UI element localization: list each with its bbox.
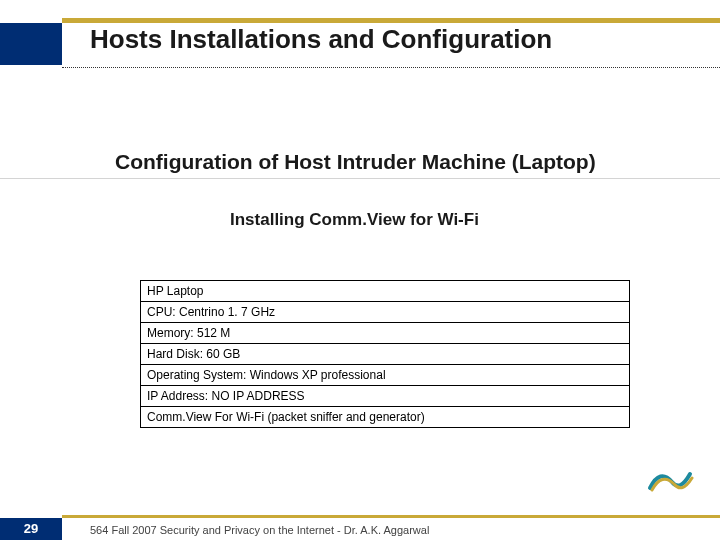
footer: 29 564 Fall 2007 Security and Privacy on… — [0, 510, 720, 540]
spec-cell: CPU: Centrino 1. 7 GHz — [141, 302, 630, 323]
footer-text: 564 Fall 2007 Security and Privacy on th… — [90, 524, 429, 536]
spec-cell: Hard Disk: 60 GB — [141, 344, 630, 365]
institution-logo-icon — [646, 464, 694, 496]
spec-cell: IP Address: NO IP ADDRESS — [141, 386, 630, 407]
spec-cell: Memory: 512 M — [141, 323, 630, 344]
spec-cell: Comm.View For Wi-Fi (packet sniffer and … — [141, 407, 630, 428]
slide: Hosts Installations and Configuration Co… — [0, 0, 720, 540]
title-underline — [62, 67, 720, 68]
table-row: Memory: 512 M — [141, 323, 630, 344]
table-row: Comm.View For Wi-Fi (packet sniffer and … — [141, 407, 630, 428]
table-row: Operating System: Windows XP professiona… — [141, 365, 630, 386]
table-row: Hard Disk: 60 GB — [141, 344, 630, 365]
spec-cell: Operating System: Windows XP professiona… — [141, 365, 630, 386]
spec-table: HP Laptop CPU: Centrino 1. 7 GHz Memory:… — [140, 280, 630, 428]
section-heading: Installing Comm.View for Wi-Fi — [230, 210, 479, 230]
header-accent-block — [0, 23, 62, 65]
subtitle-underline — [0, 178, 720, 179]
table-row: CPU: Centrino 1. 7 GHz — [141, 302, 630, 323]
footer-gold-stripe — [62, 515, 720, 518]
table-row: HP Laptop — [141, 281, 630, 302]
page-number: 29 — [0, 518, 62, 540]
slide-subtitle: Configuration of Host Intruder Machine (… — [115, 150, 596, 174]
slide-title: Hosts Installations and Configuration — [90, 24, 552, 55]
table-row: IP Address: NO IP ADDRESS — [141, 386, 630, 407]
header-gold-stripe — [62, 18, 720, 23]
spec-cell: HP Laptop — [141, 281, 630, 302]
